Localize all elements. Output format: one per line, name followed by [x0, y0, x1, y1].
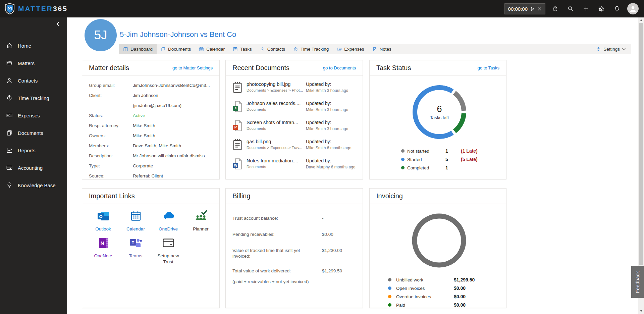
- invoicing-card: Invoicing Unbilled work $1,299.50 Open i…: [369, 188, 506, 308]
- svg-text:N: N: [100, 240, 104, 246]
- sidebar-item-contacts[interactable]: Contacts: [0, 72, 67, 89]
- document-row[interactable]: W Notes from mediation....Documents Upda…: [232, 156, 356, 175]
- tasks-icon: [233, 47, 238, 52]
- chevron-down-icon: [622, 48, 626, 50]
- legend-row-paid: Paid $0.00: [388, 302, 506, 308]
- tab-expenses[interactable]: Expenses: [333, 44, 368, 54]
- pending-receivables-value: $0.00: [322, 231, 333, 237]
- invoicing-legend: Unbilled work $1,299.50 Open invoices $0…: [370, 276, 506, 310]
- billing-note: (paid + recievables + not yet invoiced): [232, 279, 356, 284]
- document-row[interactable]: photocopying bill.jpgDocuments > Expense…: [232, 79, 356, 98]
- go-to-tasks-link[interactable]: go to Tasks: [477, 65, 499, 70]
- scrollbar-thumb[interactable]: [639, 23, 643, 265]
- sidebar: Home Matters Contacts Time Tracking: [0, 17, 67, 314]
- app-root: MATTER365 00:00:00: [0, 0, 644, 314]
- user-avatar[interactable]: [627, 3, 639, 14]
- timer-widget[interactable]: 00:00:00: [504, 3, 545, 14]
- members-value: Dave Smith, Mike Smith: [133, 143, 181, 149]
- lightbulb-icon: [6, 182, 13, 189]
- not-started-dot: [401, 149, 405, 153]
- search-button[interactable]: [563, 0, 578, 17]
- tab-contacts[interactable]: Contacts: [256, 44, 289, 54]
- sidebar-item-label: Accounting: [18, 165, 43, 171]
- go-to-documents-link[interactable]: go to Documents: [323, 65, 356, 70]
- document-row[interactable]: gas bill.pngDocuments > Expenses > Trav.…: [232, 137, 356, 156]
- matter-tab-bar: Dashboard Documents Calendar Tasks: [119, 44, 631, 54]
- document-row[interactable]: X Johnson sales records....Documents Upd…: [232, 98, 356, 117]
- person-icon: [629, 4, 637, 13]
- chart-icon: [6, 147, 13, 154]
- sidebar-item-label: Documents: [18, 130, 43, 136]
- tab-dashboard[interactable]: Dashboard: [119, 44, 157, 54]
- legend-row-started: Started 5 (5 Late): [401, 156, 506, 163]
- legend-row-overdue-invoices: Overdue invoices $0.00: [388, 293, 506, 300]
- completed-dot: [401, 166, 405, 169]
- matter-details-card: Matter details go to Matter Settings Gro…: [82, 60, 220, 179]
- tab-calendar[interactable]: Calendar: [195, 44, 229, 54]
- settings-button[interactable]: [594, 0, 609, 17]
- sidebar-collapse-button[interactable]: [56, 21, 60, 27]
- link-planner[interactable]: Planner: [184, 209, 217, 232]
- sidebar-item-label: Home: [18, 43, 31, 49]
- link-teams[interactable]: T Teams: [119, 236, 152, 265]
- bell-icon: [613, 5, 620, 12]
- card-title: Recent Documents: [232, 64, 289, 72]
- open-invoices-dot: [388, 286, 391, 290]
- timer-play-icon[interactable]: [530, 7, 535, 11]
- feedback-tab[interactable]: Feedback: [631, 266, 644, 298]
- untracked-time-value: $1,230.00: [322, 248, 342, 259]
- link-outlook[interactable]: O Outlook: [87, 209, 119, 232]
- brand-name: MATTER365: [18, 5, 68, 13]
- sidebar-item-matters[interactable]: Matters: [0, 54, 67, 72]
- documents-icon: [6, 129, 13, 136]
- tab-documents[interactable]: Documents: [157, 44, 195, 54]
- go-to-matter-settings-link[interactable]: go to Matter Settings: [172, 65, 213, 70]
- legend-row-unbilled: Unbilled work $1,299.50: [388, 276, 506, 283]
- legend-row-not-started: Not started 1 (1 Late): [401, 148, 506, 154]
- sidebar-item-home[interactable]: Home: [0, 37, 67, 54]
- card-title: Matter details: [89, 64, 129, 72]
- scroll-up-arrow[interactable]: [638, 17, 644, 23]
- billing-body: Trust account balance:- Pending receivab…: [226, 204, 363, 284]
- matter-settings-menu[interactable]: Settings: [591, 44, 631, 54]
- tab-tasks[interactable]: Tasks: [229, 44, 256, 54]
- sidebar-item-knowledge-base[interactable]: Knowledge Base: [0, 176, 67, 194]
- banknote-icon: [337, 47, 342, 52]
- gear-icon: [596, 47, 601, 52]
- timer-close-icon[interactable]: [537, 7, 542, 11]
- notifications-button[interactable]: [609, 0, 625, 17]
- card-title: Billing: [232, 192, 250, 200]
- tab-time-tracking[interactable]: Time Tracking: [289, 44, 333, 54]
- card-title: Important Links: [89, 192, 135, 200]
- important-links-card: Important Links O Outlook Calendar: [82, 188, 220, 308]
- sidebar-item-documents[interactable]: Documents: [0, 124, 67, 142]
- link-setup-new-trust[interactable]: Setup new Trust: [152, 236, 184, 265]
- link-onenote[interactable]: N OneNote: [87, 236, 119, 265]
- app-logo[interactable]: MATTER365: [0, 3, 68, 14]
- document-row[interactable]: P Screen shots of Intran...Documents Upd…: [232, 117, 356, 137]
- home-icon: [6, 42, 13, 49]
- powerpoint-file-icon: P: [232, 120, 243, 132]
- timer-value: 00:00:00: [508, 6, 528, 12]
- recent-documents-card: Recent Documents go to Documents photoco…: [225, 60, 363, 179]
- scroll-down-arrow[interactable]: [638, 308, 644, 313]
- link-onedrive[interactable]: OneDrive: [152, 209, 184, 232]
- svg-text:X: X: [234, 106, 237, 110]
- client-email-value: (jimJohn@jaxco19.com): [133, 103, 181, 108]
- sidebar-item-reports[interactable]: Reports: [0, 142, 67, 159]
- sidebar-item-expenses[interactable]: Expenses: [0, 107, 67, 124]
- add-button[interactable]: [578, 0, 594, 17]
- tab-notes[interactable]: Notes: [368, 44, 395, 54]
- credit-card-icon: [6, 164, 13, 171]
- started-dot: [401, 158, 405, 161]
- top-bar: MATTER365 00:00:00: [0, 0, 644, 17]
- sidebar-item-label: Time Tracking: [18, 95, 49, 101]
- sidebar-item-accounting[interactable]: Accounting: [0, 159, 67, 176]
- time-tracking-button[interactable]: [547, 0, 563, 17]
- link-calendar[interactable]: Calendar: [119, 209, 152, 232]
- onenote-icon: N: [97, 236, 110, 250]
- sidebar-item-time-tracking[interactable]: Time Tracking: [0, 89, 67, 107]
- documents-icon: [161, 47, 166, 52]
- task-status-donut-chart: 6 Tasks left: [406, 78, 473, 146]
- brand-shield-icon: [5, 3, 15, 14]
